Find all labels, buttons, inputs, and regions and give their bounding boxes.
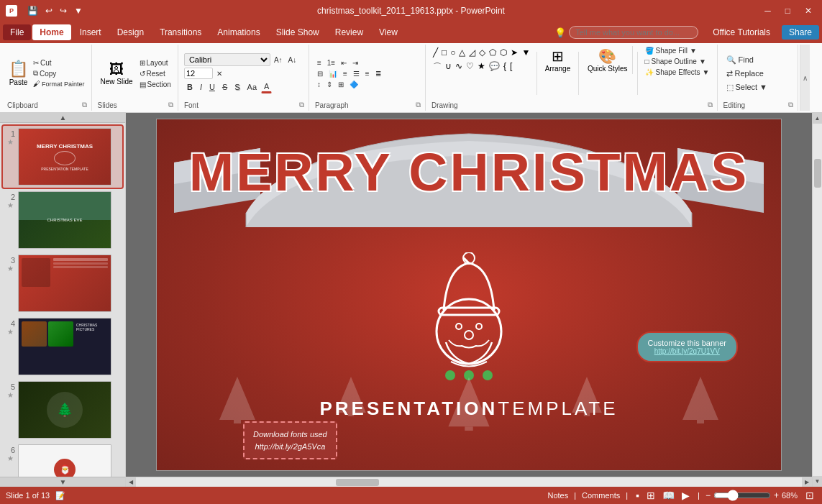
shape-bracket-icon[interactable]: [ — [508, 60, 513, 75]
find-button[interactable]: 🔍 Find — [723, 54, 770, 66]
slide-thumb-2[interactable]: 2 ★ CHRISTMAS EVE — [3, 189, 122, 251]
review-menu[interactable]: Review — [328, 24, 370, 40]
shape-star-icon[interactable]: ★ — [476, 60, 487, 75]
new-slide-button[interactable]: 🖼 New Slide — [98, 60, 136, 87]
shape-outline-button[interactable]: □ Shape Outline ▼ — [642, 57, 713, 66]
layout-button[interactable]: ⊞ Layout — [137, 58, 173, 68]
copy-button[interactable]: ⧉ Copy — [31, 68, 87, 78]
slide-sorter-button[interactable]: ⊞ — [644, 489, 657, 502]
decrease-font-button[interactable]: A↓ — [286, 55, 299, 65]
notes-button[interactable]: Notes — [547, 491, 568, 500]
shape-diamond-icon[interactable]: ◇ — [478, 46, 487, 59]
columns-button[interactable]: ⊟ — [315, 69, 325, 78]
canvas-v-scroll-up[interactable]: ▲ — [813, 113, 822, 124]
zoom-in-button[interactable]: + — [774, 490, 779, 500]
shape-hex-icon[interactable]: ⬡ — [498, 46, 508, 59]
decrease-indent-button[interactable]: ⇤ — [339, 58, 349, 68]
editing-expand-icon[interactable]: ⧉ — [788, 101, 793, 109]
bullets-button[interactable]: ≡ — [315, 58, 324, 68]
strikethrough-button[interactable]: S — [219, 81, 230, 93]
customize-quick-access-button[interactable]: ▼ — [73, 4, 84, 17]
select-button[interactable]: ⬚ Select ▼ — [723, 81, 770, 93]
paragraph-expand-icon[interactable]: ⧉ — [416, 101, 421, 109]
shape-pentagon-icon[interactable]: ⬠ — [488, 46, 498, 59]
italic-button[interactable]: I — [197, 81, 205, 93]
design-menu[interactable]: Design — [110, 24, 151, 40]
canvas-v-scroll-down[interactable]: ▼ — [813, 476, 822, 487]
shape-right-triangle-icon[interactable]: ◿ — [467, 46, 477, 59]
canvas-h-scroll-left[interactable]: ◀ — [126, 477, 136, 487]
close-button[interactable]: ✕ — [800, 4, 816, 17]
shape-heart-icon[interactable]: ♡ — [465, 60, 475, 75]
normal-view-button[interactable]: ▪ — [634, 489, 641, 502]
slide-thumb-3[interactable]: 3 ★ — [3, 252, 122, 314]
shape-triangle-icon[interactable]: △ — [457, 46, 467, 59]
replace-button[interactable]: ⇄ Replace — [723, 68, 770, 80]
undo-button[interactable]: ↩ — [44, 4, 54, 17]
quick-styles-button[interactable]: 🎨 Quick Styles — [583, 46, 633, 74]
paste-button[interactable]: 📋 Paste — [7, 58, 29, 88]
ribbon-collapse-button[interactable]: ∧ — [800, 45, 810, 111]
shape-oval-icon[interactable]: ○ — [449, 46, 457, 59]
text-direction-button[interactable]: ⇕ — [324, 80, 334, 89]
tell-me-input[interactable] — [569, 26, 698, 39]
animations-menu[interactable]: Animations — [210, 24, 267, 40]
arrange-button[interactable]: ⊞ Arrange — [542, 46, 574, 74]
shape-more-icon[interactable]: ▼ — [520, 46, 531, 59]
cut-button[interactable]: ✂ Cut — [31, 58, 87, 68]
view-menu[interactable]: View — [372, 24, 405, 40]
convert-to-smartart-button[interactable]: 🔷 — [347, 80, 360, 89]
shape-line-icon[interactable]: ╱ — [431, 46, 439, 59]
shape-zigzag-icon[interactable]: ∿ — [454, 60, 464, 75]
line-spacing-button[interactable]: ↕ — [315, 80, 323, 89]
shape-fill-button[interactable]: 🪣 Shape Fill ▼ — [642, 46, 713, 55]
reset-button[interactable]: ↺ Reset — [137, 69, 173, 78]
font-family-select[interactable]: Calibri Arial Times New Roman — [184, 53, 270, 66]
file-menu[interactable]: File — [3, 24, 31, 40]
canvas-v-scroll-thumb[interactable] — [814, 159, 821, 188]
slide-panel-scroll-down[interactable]: ▼ — [0, 477, 126, 487]
text-align-button[interactable]: ⊞ — [336, 80, 346, 89]
slide-thumb-5[interactable]: 5 ★ 🌲 — [3, 379, 122, 441]
align-right-button[interactable]: ≡ — [363, 69, 372, 78]
save-button[interactable]: 💾 — [26, 4, 40, 17]
change-case-button[interactable]: Aa — [245, 81, 260, 93]
minimize-button[interactable]: ─ — [760, 4, 775, 17]
canvas-h-scroll-thumb[interactable] — [336, 479, 379, 486]
slide-thumb-4[interactable]: 4 ★ CHRISTMAS PICTURES — [3, 316, 122, 377]
increase-indent-button[interactable]: ⇥ — [350, 58, 360, 68]
office-tutorials-link[interactable]: Office Tutorials — [713, 27, 770, 37]
fit-slide-button[interactable]: ⊡ — [803, 489, 816, 502]
slide-panel-scroll-up[interactable]: ▲ — [0, 113, 126, 123]
underline-button[interactable]: U — [206, 81, 218, 93]
slideshow-menu[interactable]: Slide Show — [269, 24, 326, 40]
drawing-expand-icon[interactable]: ⧉ — [708, 101, 713, 109]
transitions-menu[interactable]: Transitions — [152, 24, 209, 40]
increase-font-button[interactable]: A↑ — [272, 55, 285, 65]
redo-button[interactable]: ↪ — [58, 4, 68, 17]
shape-arc-icon[interactable]: ∪ — [444, 60, 453, 75]
format-painter-button[interactable]: 🖌 Format Painter — [31, 79, 87, 88]
shape-curve-icon[interactable]: ⌒ — [431, 60, 443, 75]
font-size-input[interactable] — [184, 68, 213, 79]
reading-view-button[interactable]: 📖 — [660, 489, 677, 502]
clipboard-expand-icon[interactable]: ⧉ — [82, 101, 87, 109]
slide-thumb-6[interactable]: 6 ★ 🎅 I SPY IMAGE UP — [3, 442, 122, 477]
numbering-button[interactable]: 1≡ — [325, 58, 337, 68]
zoom-out-button[interactable]: − — [705, 490, 711, 500]
slide-panel-scroll[interactable]: 1 ★ MERRY CHRISTMAS PRESENTATION TEMPLAT… — [0, 123, 125, 477]
font-expand-icon[interactable]: ⧉ — [299, 101, 304, 109]
zoom-slider[interactable] — [713, 490, 771, 501]
restore-button[interactable]: □ — [781, 4, 795, 17]
section-button[interactable]: ▤ Section — [137, 80, 173, 89]
share-button[interactable]: Share — [782, 25, 819, 40]
shape-rect-icon[interactable]: □ — [440, 46, 448, 59]
shape-callout-icon[interactable]: 💬 — [488, 60, 501, 75]
align-center-button[interactable]: ☰ — [351, 69, 362, 78]
shape-brace-icon[interactable]: { — [502, 60, 508, 75]
bold-button[interactable]: B — [184, 81, 196, 93]
slides-expand-icon[interactable]: ⧉ — [168, 101, 173, 109]
smart-art-button[interactable]: 📊 — [326, 69, 339, 78]
shape-effects-button[interactable]: ✨ Shape Effects ▼ — [642, 68, 713, 77]
font-color-button[interactable]: A — [261, 81, 272, 93]
